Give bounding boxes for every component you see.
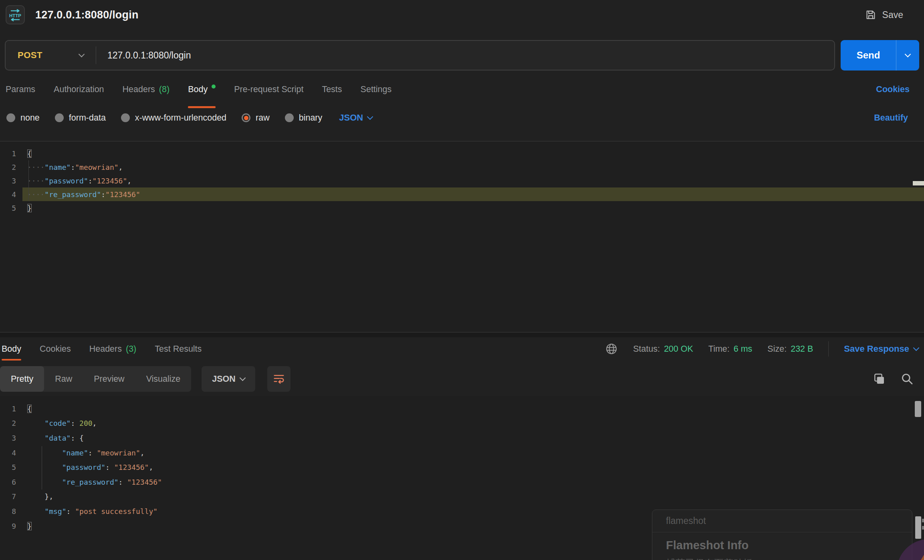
send-label: Send [841,40,896,71]
tab-body[interactable]: Body [188,71,216,108]
line-content: "data": { [27,434,84,442]
request-tab-title: 127.0.0.1:8080/login [35,9,139,21]
view-tab-visualize[interactable]: Visualize [135,366,192,392]
code-line-4[interactable]: 4····"re_password":"123456" [0,187,924,201]
line-number: 5 [0,204,16,212]
tab-headers-count: (8) [159,85,169,95]
body-mode-raw[interactable]: raw [242,113,270,123]
beautify-link[interactable]: Beautify [874,113,908,123]
method-selector[interactable]: POST [6,50,96,60]
body-mode-binary-label: binary [299,113,323,123]
time-value: 6 ms [734,344,753,354]
line-content: "name": "meowrian", [27,449,145,457]
chevron-down-icon [240,375,246,381]
tab-params-label: Params [6,85,35,95]
http-request-icon: HTTP [6,5,25,24]
tab-headers-label: Headers [123,85,155,95]
response-tab-test-results[interactable]: Test Results [155,337,202,361]
size-value: 232 B [791,344,813,354]
response-tabs: BodyCookiesHeaders(3)Test Results [2,337,202,361]
response-tab-headers[interactable]: Headers(3) [89,337,137,361]
wrap-text-button[interactable] [267,366,291,392]
overlay-scrollbar-thumb [915,516,921,539]
pane-divider[interactable] [0,332,924,337]
size-indicator[interactable]: Size: 232 B [767,344,813,354]
divider [652,532,912,532]
divider [828,341,829,357]
send-button[interactable]: Send [841,40,919,71]
response-scrollbar-thumb[interactable] [915,401,921,417]
radio-none-icon [6,113,15,122]
send-options-button[interactable] [896,40,919,71]
http-arrows-icon: HTTP [8,8,22,22]
line-number: 4 [0,449,16,457]
tab-headers[interactable]: Headers(8) [123,71,170,108]
line-number: 7 [0,492,16,501]
chevron-down-icon [367,113,373,120]
view-tab-preview[interactable]: Preview [83,366,135,392]
overlay-dot [922,519,924,522]
response-tab-cookies[interactable]: Cookies [40,337,71,361]
save-response-button[interactable]: Save Response [844,344,918,354]
request-body-editor[interactable]: 1{2····"name":"meowrian",3····"password"… [0,141,924,332]
response-tabs-row: BodyCookiesHeaders(3)Test Results Status… [0,337,924,361]
copy-response-button[interactable] [870,372,888,386]
status-value: 200 OK [664,344,693,354]
body-mode-x-www-form-urlencoded[interactable]: x-www-form-urlencoded [121,113,226,123]
line-number: 3 [0,434,16,442]
line-content: { [27,405,32,413]
time-label: Time: [708,344,730,354]
code-line-5[interactable]: 5} [0,201,924,215]
radio-form-data-icon [55,113,64,122]
body-mode-binary[interactable]: binary [285,113,323,123]
code-line-6: 6 "re_password": "123456" [0,475,924,489]
save-button[interactable]: Save [862,8,906,21]
copy-icon [873,373,886,385]
line-content: "password": "123456", [27,463,153,471]
code-line-1[interactable]: 1{ [0,147,924,160]
view-tab-raw[interactable]: Raw [44,366,83,392]
body-mode-none[interactable]: none [6,113,40,123]
line-content: "code": 200, [27,419,97,427]
status-indicator[interactable]: Status: 200 OK [633,344,693,354]
tab-tests[interactable]: Tests [322,71,342,108]
method-label: POST [18,50,42,60]
request-code: 1{2····"name":"meowrian",3····"password"… [0,147,924,215]
body-mode-form-data[interactable]: form-data [55,113,106,123]
response-meta: Status: 200 OK Time: 6 ms Size: 232 B Sa… [605,341,918,357]
tab-params[interactable]: Params [6,71,35,108]
line-number: 9 [0,522,16,530]
code-line-3[interactable]: 3····"password":"123456", [0,174,924,187]
time-indicator[interactable]: Time: 6 ms [708,344,753,354]
code-line-2: 2 "code": 200, [0,416,924,431]
request-tabs: ParamsAuthorizationHeaders(8)BodyPre-req… [6,71,391,108]
view-tab-pretty[interactable]: Pretty [0,366,44,392]
tab-authorization[interactable]: Authorization [54,71,104,108]
tab-settings[interactable]: Settings [361,71,392,108]
notification-heading: Flameshot Info [666,539,912,552]
line-number: 2 [0,163,16,171]
tab-tests-label: Tests [322,85,342,95]
response-tab-body[interactable]: Body [2,337,21,361]
indent-guide [28,160,29,201]
body-mode-x-www-form-urlencoded-label: x-www-form-urlencoded [135,113,226,123]
url-input[interactable]: 127.0.0.1:8080/login [96,50,834,61]
line-number: 1 [0,149,16,158]
api-client-app: { "colors":{ "accent_orange":"#e05a28","… [0,0,924,560]
language-label: JSON [212,374,236,384]
code-line-2[interactable]: 2····"name":"meowrian", [0,160,924,174]
line-number: 4 [0,190,16,199]
body-language-selector[interactable]: JSON [339,113,372,123]
wrap-text-icon [273,373,285,385]
tab-pre-request-script-label: Pre-request Script [234,85,303,95]
tab-pre-request-script[interactable]: Pre-request Script [234,71,303,108]
search-response-button[interactable] [898,372,916,386]
indent-guide [42,446,42,489]
response-tab-cookies-label: Cookies [40,344,71,354]
response-language-selector[interactable]: JSON [202,366,255,392]
globe-icon [605,342,618,355]
response-toolbar: PrettyRawPreviewVisualize JSON [0,361,924,396]
cookies-link[interactable]: Cookies [876,85,910,95]
chevron-down-icon [79,51,85,57]
save-label: Save [882,10,903,20]
